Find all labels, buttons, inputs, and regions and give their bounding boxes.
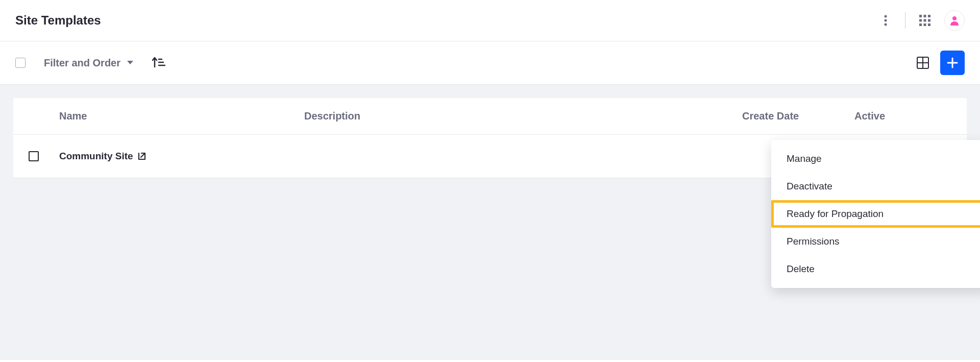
vertical-dots-icon	[884, 15, 887, 26]
user-avatar[interactable]	[944, 10, 965, 31]
header-divider	[905, 12, 905, 29]
svg-rect-11	[928, 23, 930, 26]
svg-point-2	[885, 23, 887, 26]
grid-apps-icon	[919, 15, 930, 26]
row-name: Community Site	[59, 151, 133, 162]
svg-rect-9	[919, 23, 922, 26]
select-all-checkbox[interactable]	[15, 58, 26, 68]
filter-label: Filter and Order	[44, 57, 120, 69]
content-area: Name Description Create Date Active Comm…	[0, 85, 980, 360]
toolbar: Filter and Order	[0, 41, 980, 85]
menu-item-manage[interactable]: Manage	[771, 145, 980, 173]
plus-icon	[946, 57, 959, 69]
header-actions	[875, 10, 965, 31]
row-name-cell[interactable]: Community Site	[59, 151, 304, 162]
menu-item-ready-propagation[interactable]: Ready for Propagation	[771, 200, 980, 228]
row-actions-menu: Manage Deactivate Ready for Propagation …	[771, 140, 980, 288]
svg-point-12	[952, 16, 957, 20]
apps-button[interactable]	[915, 10, 935, 31]
menu-item-delete[interactable]: Delete	[771, 255, 980, 283]
menu-item-permissions[interactable]: Permissions	[771, 228, 980, 255]
options-button[interactable]	[875, 10, 896, 31]
page-header: Site Templates	[0, 0, 980, 41]
sort-icon	[152, 56, 165, 67]
svg-rect-7	[924, 19, 926, 22]
svg-rect-8	[928, 19, 930, 22]
svg-rect-3	[919, 15, 922, 17]
svg-point-0	[885, 15, 887, 18]
add-button[interactable]	[940, 51, 965, 75]
row-checkbox[interactable]	[29, 151, 39, 161]
table-header: Name Description Create Date Active	[13, 98, 967, 135]
external-link-icon	[137, 152, 146, 161]
svg-rect-6	[919, 19, 922, 22]
row-checkbox-cell	[29, 151, 59, 161]
col-date-header[interactable]: Create Date	[742, 110, 854, 122]
page-title: Site Templates	[15, 13, 101, 28]
menu-item-deactivate[interactable]: Deactivate	[771, 173, 980, 200]
caret-down-icon	[127, 60, 134, 65]
toolbar-left: Filter and Order	[15, 56, 165, 69]
view-toggle-button[interactable]	[913, 53, 933, 73]
cards-view-icon	[917, 57, 929, 69]
toolbar-right	[913, 51, 965, 75]
col-description-header[interactable]: Description	[304, 110, 742, 122]
svg-rect-5	[928, 15, 930, 17]
svg-rect-10	[924, 23, 926, 26]
user-icon	[949, 15, 960, 26]
svg-point-1	[885, 19, 887, 22]
svg-rect-4	[924, 15, 926, 17]
col-name-header[interactable]: Name	[59, 110, 304, 122]
sort-button[interactable]	[152, 56, 165, 69]
filter-order-button[interactable]: Filter and Order	[44, 57, 134, 69]
col-active-header[interactable]: Active	[854, 110, 926, 122]
table-container: Name Description Create Date Active Comm…	[13, 98, 967, 178]
